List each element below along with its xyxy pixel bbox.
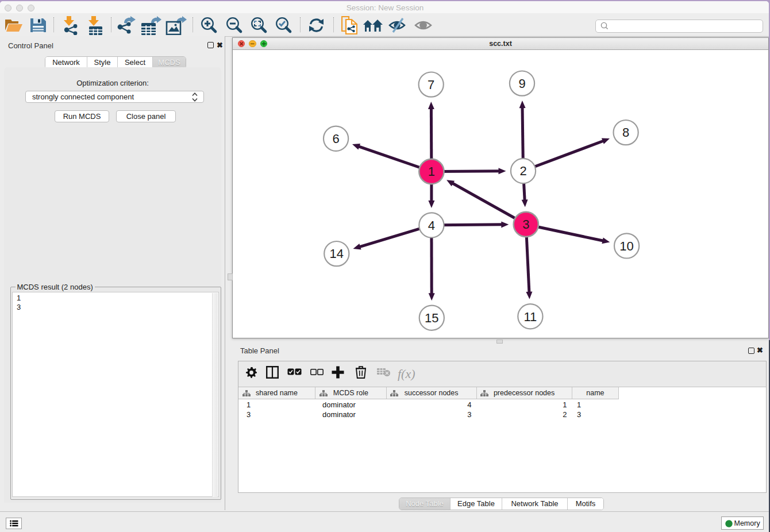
svg-text:2: 2 [519,164,526,178]
svg-text:8: 8 [622,125,629,140]
svg-text:14: 14 [330,246,344,261]
svg-text:3: 3 [522,217,529,232]
svg-text:11: 11 [523,309,537,323]
svg-text:1: 1 [428,164,435,179]
svg-text:7: 7 [428,77,434,91]
svg-text:15: 15 [425,311,438,325]
svg-text:10: 10 [619,238,633,253]
svg-text:6: 6 [332,132,339,146]
svg-text:9: 9 [518,76,525,90]
svg-text:4: 4 [428,218,435,232]
